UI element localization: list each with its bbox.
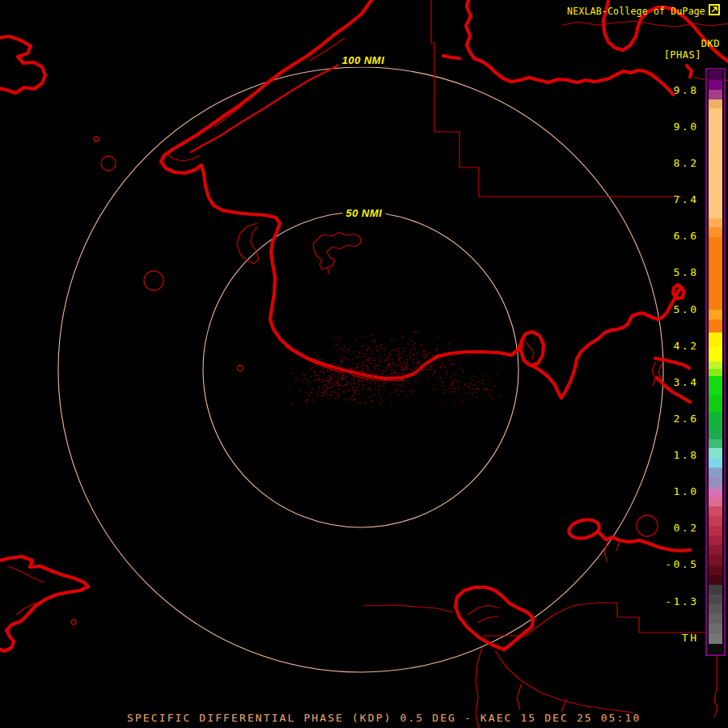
color-scale-bar — [705, 68, 726, 656]
radar-echo-speckles — [289, 331, 500, 404]
color-scale-segment — [709, 347, 722, 362]
outer-range-ring-label: 100 NMI — [339, 53, 388, 67]
product-id-label: DKD — [701, 38, 720, 49]
product-footer-text: SPECIFIC DIFFERENTIAL PHASE (KDP) 0.5 DE… — [127, 712, 641, 724]
color-scale-segment — [709, 448, 722, 458]
color-scale-tick-label: 5.0 — [642, 303, 699, 315]
color-scale-segment — [709, 535, 722, 545]
product-units-label: [PHAS] — [664, 49, 701, 61]
header-title: NEXLAB-College of DuPage — [567, 4, 720, 18]
coastline-lines — [0, 0, 728, 651]
color-scale-tick-label: 6.6 — [642, 230, 699, 242]
color-scale-segment — [709, 376, 722, 395]
color-scale-tick-label: 0.2 — [642, 522, 699, 534]
inner-range-ring-label: 50 NMI — [343, 206, 386, 220]
map-boundary-lines — [8, 0, 728, 728]
color-scale-segment — [709, 99, 722, 108]
header-title-text: NEXLAB-College of DuPage — [567, 6, 705, 17]
color-scale-segment — [709, 310, 722, 320]
color-scale-segment — [709, 395, 722, 413]
color-scale-tick-label: -0.5 — [642, 558, 699, 570]
color-scale-tick-label: 9.0 — [642, 121, 699, 133]
radar-map-canvas — [0, 0, 728, 728]
color-scale-tick-label: 7.4 — [642, 193, 699, 205]
color-scale-segment — [709, 516, 722, 526]
color-scale-segment — [709, 644, 722, 653]
color-scale-segment — [709, 498, 722, 506]
radar-display: 100 NMI 50 NMI NEXLAB-College of DuPage … — [0, 0, 728, 728]
color-scale-tick-label: 1.0 — [642, 485, 699, 497]
color-scale-segment — [709, 458, 722, 468]
color-scale-segment — [709, 565, 722, 575]
color-scale-segment — [709, 320, 722, 332]
color-scale-segment — [709, 506, 722, 516]
color-scale-segment — [709, 526, 722, 535]
color-scale-segment — [709, 555, 722, 565]
color-scale-segment — [709, 70, 722, 80]
color-scale-segment — [709, 90, 722, 99]
color-scale-segment — [709, 430, 722, 439]
color-scale-segment — [709, 624, 722, 633]
color-scale-segment — [709, 369, 722, 376]
color-scale-tick-label: -1.3 — [642, 595, 699, 607]
color-scale-segment — [709, 595, 722, 604]
color-scale-segment — [709, 332, 722, 347]
color-scale-segment — [709, 237, 722, 310]
color-scale-segment — [709, 227, 722, 237]
color-scale-segment — [709, 633, 722, 644]
color-scale-segment — [709, 585, 722, 595]
range-rings — [58, 67, 663, 672]
color-scale-segment — [709, 614, 722, 624]
color-scale-tick-label: 1.8 — [642, 449, 699, 461]
color-scale-tick-label: TH — [642, 632, 699, 644]
color-scale-segment — [709, 492, 722, 498]
color-scale-segment — [709, 439, 722, 448]
color-scale-segment — [709, 545, 722, 555]
color-scale-segment — [709, 477, 722, 487]
color-scale-segment — [709, 218, 722, 227]
color-scale-tick-label: 8.2 — [642, 157, 699, 169]
color-scale-tick-label: 9.8 — [642, 84, 699, 96]
color-scale-segment — [709, 575, 722, 585]
color-scale-tick-label: 4.2 — [642, 340, 699, 352]
color-scale-segment — [709, 604, 722, 614]
color-scale-segment — [709, 362, 722, 369]
color-scale-segment — [709, 413, 722, 430]
color-scale-tick-label: 3.4 — [642, 376, 699, 388]
cod-logo-icon — [709, 4, 720, 18]
color-scale-segment — [709, 108, 722, 218]
color-scale-segment — [709, 468, 722, 477]
color-scale-tick-label: 2.6 — [642, 413, 699, 425]
color-scale-tick-label: 5.8 — [642, 266, 699, 278]
color-scale-segment — [709, 80, 722, 90]
